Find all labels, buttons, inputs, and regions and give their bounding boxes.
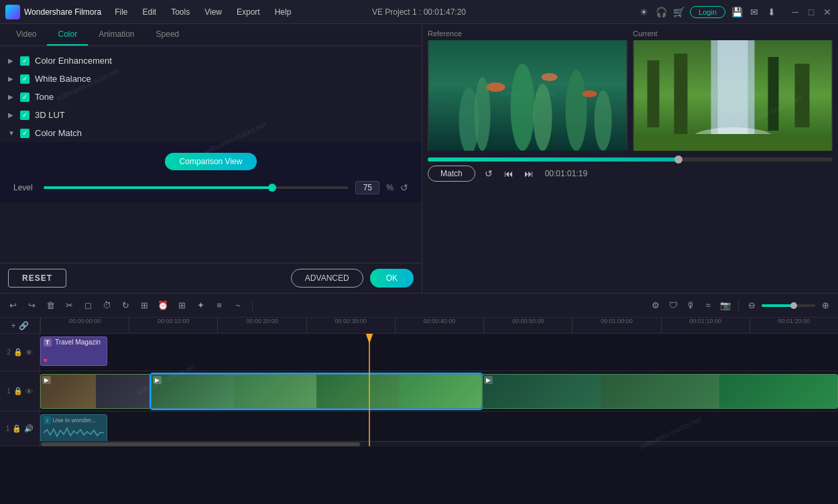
redo-icon[interactable]: ↪ bbox=[24, 298, 39, 313]
link-icon[interactable]: 🔗 bbox=[19, 321, 29, 330]
section-color-match[interactable]: ▼ ✓ Color Match bbox=[0, 124, 422, 142]
section-white-balance[interactable]: ▶ ✓ White Balance bbox=[0, 70, 422, 88]
ruler-mark-5: 00:00:50:00 bbox=[483, 318, 572, 333]
maximize-button[interactable]: □ bbox=[806, 7, 817, 17]
reset-button[interactable]: RESET bbox=[8, 269, 66, 288]
comparison-view-button[interactable]: Comparison View bbox=[165, 153, 257, 170]
tab-bar: Video Color Animation Speed bbox=[0, 24, 422, 46]
lock-icon-2[interactable]: 🔒 bbox=[13, 348, 23, 357]
timeline-toolbar: ↩ ↪ 🗑 ✂ ◻ ⏱ ↻ ⊞ ⏰ ⊞ ✦ ≡ ~ ⚙ 🛡 🎙 ≈ 📷 ⊖ ⊕ bbox=[0, 294, 838, 318]
section-3d-lut[interactable]: ▶ ✓ 3D LUT bbox=[0, 106, 422, 124]
svg-rect-15 bbox=[768, 57, 779, 131]
scrollbar-thumb[interactable] bbox=[41, 442, 360, 446]
menu-view[interactable]: View bbox=[202, 6, 225, 18]
shield-icon[interactable]: 🛡 bbox=[666, 298, 680, 313]
zoom-out-icon[interactable]: ⊖ bbox=[744, 298, 759, 313]
video-clip-2[interactable]: ▶ bbox=[151, 374, 482, 409]
login-button[interactable]: Login bbox=[690, 6, 725, 18]
zoom-thumb[interactable] bbox=[790, 302, 797, 309]
tab-animation[interactable]: Animation bbox=[88, 24, 145, 46]
undo-icon[interactable]: ↩ bbox=[5, 298, 20, 313]
3d-lut-checkbox[interactable]: ✓ bbox=[20, 111, 29, 120]
chevron-right-icon-2: ▶ bbox=[8, 75, 16, 83]
zoom-slider[interactable] bbox=[762, 304, 815, 307]
effects-icon[interactable]: ✦ bbox=[193, 298, 208, 313]
advanced-button[interactable]: ADVANCED bbox=[291, 269, 363, 288]
clip-thumbnail-7 bbox=[483, 375, 601, 409]
seek-thumb[interactable] bbox=[674, 155, 682, 164]
menu-tools[interactable]: Tools bbox=[168, 6, 192, 18]
save-icon[interactable]: 💾 bbox=[731, 6, 743, 18]
seek-bar[interactable] bbox=[428, 158, 833, 162]
prev-frame-icon[interactable]: ⏮ bbox=[502, 167, 516, 180]
level-slider[interactable] bbox=[44, 186, 349, 189]
white-balance-checkbox[interactable]: ✓ bbox=[20, 74, 29, 84]
cart-icon[interactable]: 🛒 bbox=[672, 6, 684, 18]
download-icon[interactable]: ⬇ bbox=[766, 6, 778, 18]
sun-icon[interactable]: ☀ bbox=[638, 6, 650, 18]
track-header-1: 1 🔒 👁 bbox=[0, 371, 40, 411]
volume-icon-audio[interactable]: 🔊 bbox=[24, 424, 34, 433]
close-button[interactable]: ✕ bbox=[822, 7, 833, 17]
settings-icon[interactable]: ⚙ bbox=[648, 298, 663, 313]
clock-icon[interactable]: ⏰ bbox=[156, 298, 170, 313]
color-enhancement-checkbox[interactable]: ✓ bbox=[20, 56, 29, 66]
bottom-buttons: RESET ADVANCED OK bbox=[0, 263, 422, 293]
ruler-row: + 🔗 00:00:00:00 00:00:10:00 00:00:20:00 … bbox=[0, 318, 838, 334]
menu-file[interactable]: File bbox=[112, 6, 130, 18]
eye-icon-2[interactable]: 👁 bbox=[25, 349, 33, 357]
zoom-in-icon[interactable]: ⊕ bbox=[818, 298, 833, 313]
video-clip-1[interactable]: ▶ bbox=[40, 374, 151, 409]
audio-icon[interactable]: ~ bbox=[231, 298, 245, 313]
delete-icon[interactable]: 🗑 bbox=[43, 298, 58, 313]
color-match-checkbox[interactable]: ✓ bbox=[20, 129, 29, 138]
audio-clip[interactable]: ♪ Use in wonder... bbox=[40, 414, 107, 444]
audio-clip-label: Use in wonder... bbox=[53, 417, 97, 424]
track-content-video: ▶ ▶ bbox=[40, 371, 838, 411]
waveform-icon[interactable]: ≈ bbox=[701, 298, 715, 313]
3d-lut-label: 3D LUT bbox=[35, 110, 65, 120]
tab-video[interactable]: Video bbox=[5, 24, 47, 46]
slider-thumb[interactable] bbox=[268, 184, 276, 192]
mail-icon[interactable]: ✉ bbox=[748, 6, 760, 18]
rotate-icon[interactable]: ↻ bbox=[118, 298, 133, 313]
window-controls: ─ □ ✕ bbox=[790, 7, 833, 17]
add-track-icon[interactable]: + bbox=[11, 321, 15, 330]
seek-fill bbox=[428, 158, 678, 162]
rewind-icon[interactable]: ↺ bbox=[482, 167, 495, 180]
clip-play-icon-3: ▶ bbox=[484, 376, 493, 384]
tab-color[interactable]: Color bbox=[47, 24, 88, 46]
video-clip-3[interactable]: ▶ bbox=[482, 374, 838, 409]
filter-icon[interactable]: ≡ bbox=[212, 298, 227, 313]
title-clip[interactable]: T Travel Magazin ♥ bbox=[40, 336, 107, 366]
grid-icon[interactable]: ⊞ bbox=[174, 298, 189, 313]
menu-export[interactable]: Export bbox=[234, 6, 263, 18]
cut-icon[interactable]: ✂ bbox=[62, 298, 76, 313]
level-unit: % bbox=[386, 183, 394, 192]
match-button[interactable]: Match bbox=[428, 166, 475, 182]
current-preview: Current bbox=[633, 29, 833, 151]
section-color-enhancement[interactable]: ▶ ✓ Color Enhancement bbox=[0, 52, 422, 70]
tone-checkbox[interactable]: ✓ bbox=[20, 92, 29, 102]
timeline-scrollbar[interactable] bbox=[40, 441, 838, 446]
timecode-display: 00:01:01:19 bbox=[545, 169, 587, 178]
toolbar-separator-2 bbox=[738, 300, 739, 312]
ok-button[interactable]: OK bbox=[370, 269, 414, 288]
mic-icon[interactable]: 🎙 bbox=[683, 298, 698, 313]
menu-help[interactable]: Help bbox=[272, 6, 294, 18]
lock-icon-audio[interactable]: 🔒 bbox=[12, 424, 21, 433]
timer-icon[interactable]: ⏱ bbox=[99, 298, 114, 313]
minimize-button[interactable]: ─ bbox=[790, 7, 800, 17]
section-tone[interactable]: ▶ ✓ Tone bbox=[0, 88, 422, 106]
play-pause-icon[interactable]: ⏭ bbox=[522, 167, 536, 180]
menu-edit[interactable]: Edit bbox=[140, 6, 160, 18]
fullscreen-icon[interactable]: ⊞ bbox=[137, 298, 152, 313]
crop-icon[interactable]: ◻ bbox=[80, 298, 95, 313]
headphone-icon[interactable]: 🎧 bbox=[655, 6, 667, 18]
camera-icon[interactable]: 📷 bbox=[718, 298, 733, 313]
level-value[interactable]: 75 bbox=[355, 181, 379, 194]
eye-icon-1[interactable]: 👁 bbox=[25, 387, 33, 395]
lock-icon-1[interactable]: 🔒 bbox=[13, 387, 23, 395]
tab-speed[interactable]: Speed bbox=[145, 24, 190, 46]
reset-level-icon[interactable]: ↺ bbox=[400, 182, 408, 193]
